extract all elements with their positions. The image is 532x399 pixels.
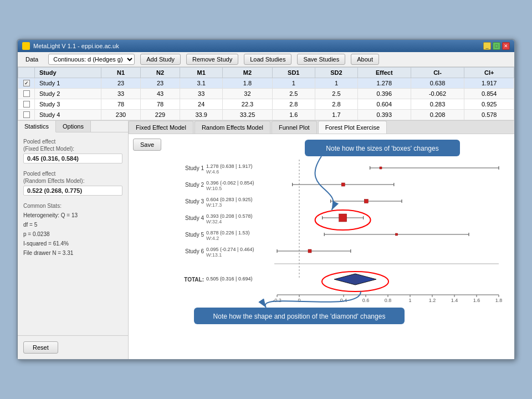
- table-row[interactable]: Study 4 230 229 33.9 33.25 1.6 1.7 0.393…: [18, 110, 514, 120]
- reset-btn-container: Reset: [18, 335, 128, 359]
- cell-n2: 23: [141, 78, 180, 89]
- cell-m2: 33.25: [223, 110, 272, 120]
- main-window: MetaLight V 1.1 - eppi.ioe.ac.uk _ □ ✕ D…: [17, 39, 515, 360]
- cell-sd2: 1.7: [315, 110, 357, 120]
- svg-text:Note how the sizes of 'boxes' : Note how the sizes of 'boxes' changes: [326, 145, 438, 152]
- app-icon: [22, 42, 30, 50]
- cell-ci-plus: 0.925: [464, 99, 514, 110]
- col-n2: N2: [141, 68, 180, 78]
- window-title: MetaLight V 1.1 - eppi.ioe.ac.uk: [33, 43, 119, 49]
- pooled-fixed-label: Pooled effect(Fixed Effect Model):: [23, 138, 122, 152]
- right-panel: Fixed Effect Model Random Effects Model …: [129, 121, 514, 359]
- pooled-random-value: 0.522 (0.268, 0.775): [23, 186, 122, 196]
- studies-table: Study N1 N2 M1 M2 SD1 SD2 Effect CI- CI+…: [18, 67, 514, 120]
- maximize-button[interactable]: □: [493, 42, 500, 50]
- row-checkbox[interactable]: [23, 101, 30, 108]
- cell-ci-minus: -0.062: [411, 89, 464, 99]
- right-content: Save Note how the sizes of 'boxes' chang…: [129, 134, 514, 359]
- cell-m2: 32: [223, 89, 272, 99]
- cell-n2: 78: [141, 99, 180, 110]
- col-ci-plus: CI+: [464, 68, 514, 78]
- save-studies-button[interactable]: Save Studies: [297, 54, 345, 65]
- cell-sd2: 2.5: [315, 89, 357, 99]
- add-study-button[interactable]: Add Study: [140, 54, 181, 65]
- pooled-random-group: Pooled effect(Random Effects Model): 0.5…: [23, 170, 122, 196]
- tab-forest-plot-exercise[interactable]: Forest Plot Exercise: [318, 121, 387, 134]
- cell-m1: 33.9: [180, 110, 223, 120]
- cell-n1: 33: [101, 89, 141, 99]
- cell-n1: 78: [101, 99, 141, 110]
- cell-sd1: 2.8: [272, 99, 315, 110]
- minimize-button[interactable]: _: [483, 42, 491, 50]
- row-checkbox[interactable]: [23, 111, 30, 118]
- cell-n2: 43: [141, 89, 180, 99]
- bottom-section: Statistics Options Pooled effect(Fixed E…: [18, 121, 514, 359]
- col-n1: N1: [101, 68, 141, 78]
- cell-sd1: 1: [272, 78, 315, 89]
- cell-n1: 230: [101, 110, 141, 120]
- cell-m1: 33: [180, 89, 223, 99]
- close-button[interactable]: ✕: [502, 42, 510, 50]
- col-ci-minus: CI-: [411, 68, 464, 78]
- tab-fixed-effect[interactable]: Fixed Effect Model: [129, 121, 193, 134]
- cell-m2: 1.8: [223, 78, 272, 89]
- common-stats-values: Heterogeneity: Q = 13 df = 5 p = 0.0238 …: [23, 211, 122, 258]
- cell-sd2: 2.8: [315, 99, 357, 110]
- reset-button[interactable]: Reset: [23, 341, 58, 354]
- cell-ci-plus: 1.917: [464, 78, 514, 89]
- cell-m1: 24: [180, 99, 223, 110]
- file-drawer-value: File drawer N = 3.31: [23, 248, 122, 258]
- tab-random-effects[interactable]: Random Effects Model: [195, 121, 270, 134]
- cell-effect: 1.278: [358, 78, 411, 89]
- cell-study: Study 3: [35, 99, 101, 110]
- forest-plot-canvas: [133, 154, 510, 326]
- cell-m2: 22.3: [223, 99, 272, 110]
- cell-effect: 0.393: [358, 110, 411, 120]
- analysis-type-select[interactable]: Continuous: d (Hedges g): [48, 54, 135, 65]
- col-sd2: SD2: [315, 68, 357, 78]
- stats-content: Pooled effect(Fixed Effect Model): 0.45 …: [18, 132, 128, 335]
- menu-bar: Data Continuous: d (Hedges g) Add Study …: [18, 52, 514, 67]
- row-checkbox[interactable]: ✓: [23, 80, 30, 86]
- pooled-fixed-group: Pooled effect(Fixed Effect Model): 0.45 …: [23, 138, 122, 163]
- col-sd1: SD1: [272, 68, 315, 78]
- table-row[interactable]: Study 3 78 78 24 22.3 2.8 2.8 0.604 0.28…: [18, 99, 514, 110]
- table-row[interactable]: ✓ Study 1 23 23 3.1 1.8 1 1 1.278 0.638 …: [18, 78, 514, 89]
- cell-ci-plus: 0.854: [464, 89, 514, 99]
- p-value: p = 0.0238: [23, 229, 122, 239]
- menu-data[interactable]: Data: [21, 55, 43, 64]
- col-effect: Effect: [358, 68, 411, 78]
- title-bar-buttons: _ □ ✕: [483, 42, 510, 50]
- cell-ci-minus: 0.208: [411, 110, 464, 120]
- row-checkbox[interactable]: [23, 90, 30, 97]
- left-panel: Statistics Options Pooled effect(Fixed E…: [18, 121, 129, 359]
- cell-effect: 0.604: [358, 99, 411, 110]
- data-table-container: Study N1 N2 M1 M2 SD1 SD2 Effect CI- CI+…: [18, 67, 514, 121]
- tab-options[interactable]: Options: [56, 121, 91, 132]
- col-m1: M1: [180, 68, 223, 78]
- cell-study: Study 4: [35, 110, 101, 120]
- common-stats-group: Common Stats: Heterogeneity: Q = 13 df =…: [23, 202, 122, 258]
- cell-n1: 23: [101, 78, 141, 89]
- table-row[interactable]: Study 2 33 43 33 32 2.5 2.5 0.396 -0.062…: [18, 89, 514, 99]
- pooled-random-label: Pooled effect(Random Effects Model):: [23, 170, 122, 185]
- title-bar-left: MetaLight V 1.1 - eppi.ioe.ac.uk: [22, 42, 119, 50]
- col-checkbox: [18, 68, 35, 78]
- remove-study-button[interactable]: Remove Study: [186, 54, 238, 65]
- tab-funnel-plot[interactable]: Funnel Plot: [272, 121, 317, 134]
- save-plot-button[interactable]: Save: [133, 139, 161, 151]
- left-tabs: Statistics Options: [18, 121, 128, 132]
- i-squared-value: I-squared = 61.4%: [23, 239, 122, 248]
- forest-plot-wrapper: Save Note how the sizes of 'boxes' chang…: [133, 139, 510, 355]
- about-button[interactable]: About: [351, 54, 379, 65]
- cell-effect: 0.396: [358, 89, 411, 99]
- load-studies-button[interactable]: Load Studies: [244, 54, 291, 65]
- cell-ci-minus: 0.283: [411, 99, 464, 110]
- tab-statistics[interactable]: Statistics: [18, 121, 56, 132]
- pooled-fixed-value: 0.45 (0.316, 0.584): [23, 154, 122, 163]
- cell-n2: 229: [141, 110, 180, 120]
- title-bar: MetaLight V 1.1 - eppi.ioe.ac.uk _ □ ✕: [18, 40, 514, 52]
- cell-study: Study 1: [35, 78, 101, 89]
- col-study: Study: [35, 68, 101, 78]
- col-m2: M2: [223, 68, 272, 78]
